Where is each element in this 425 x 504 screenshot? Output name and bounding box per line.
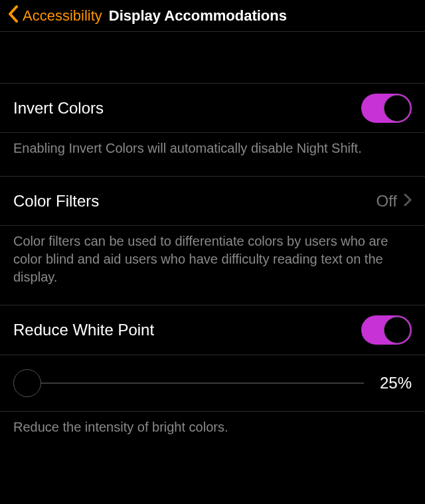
color-filters-value: Off (376, 192, 397, 210)
reduce-white-point-footer: Reduce the intensity of bright colors. (0, 412, 425, 455)
slider-thumb[interactable] (13, 369, 41, 397)
color-filters-row[interactable]: Color Filters Off (0, 177, 425, 226)
color-filters-right: Off (376, 192, 412, 210)
slider-track (13, 382, 364, 384)
chevron-right-icon (404, 193, 412, 209)
white-point-slider[interactable] (13, 370, 364, 396)
reduce-white-point-section: Reduce White Point 25% (0, 305, 425, 412)
page-title: Display Accommodations (109, 7, 287, 25)
color-filters-footer: Color filters can be used to differentia… (0, 226, 425, 305)
toggle-knob (384, 95, 410, 122)
back-button[interactable]: Accessibility (8, 5, 102, 27)
color-filters-label: Color Filters (13, 192, 99, 210)
nav-header: Accessibility Display Accommodations (0, 0, 425, 32)
section-spacer (0, 32, 425, 84)
chevron-left-icon (8, 5, 19, 27)
invert-colors-toggle[interactable] (361, 94, 412, 123)
toggle-knob (384, 317, 410, 343)
invert-colors-footer: Enabling Invert Colors will automaticall… (0, 133, 425, 177)
reduce-white-point-toggle[interactable] (361, 315, 412, 345)
reduce-white-point-label: Reduce White Point (13, 321, 154, 339)
invert-colors-row: Invert Colors (0, 84, 425, 133)
reduce-white-point-row: Reduce White Point (0, 305, 425, 355)
white-point-slider-row: 25% (0, 355, 425, 411)
invert-colors-label: Invert Colors (13, 99, 104, 118)
back-label: Accessibility (23, 7, 102, 25)
white-point-value: 25% (380, 374, 412, 392)
